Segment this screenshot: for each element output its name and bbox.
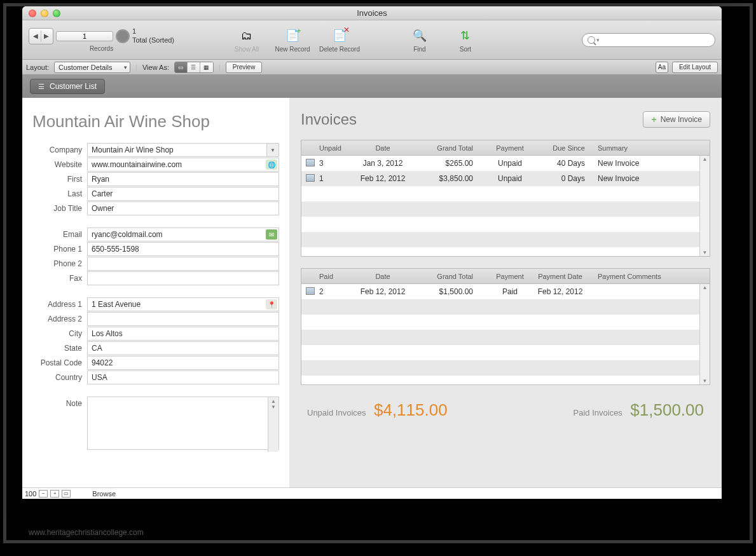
find-icon: 🔍 (411, 27, 429, 44)
last-field[interactable]: Carter (87, 187, 279, 201)
watermark: www.heritagechristiancollege.com (29, 528, 144, 537)
unpaid-table: Unpaid Date Grand Total Payment Due Sinc… (301, 140, 710, 257)
address1-field[interactable]: 1 East Avenue📍 (87, 297, 279, 311)
toolbar: ◀ ▶ 1 1 Total (Sorted) Records 🗂 Show Al… (22, 20, 722, 60)
preview-button[interactable]: Preview (226, 62, 263, 73)
label-jobtitle: Job Title (32, 204, 87, 213)
label-city: City (32, 329, 87, 338)
pin-icon[interactable]: 📍 (266, 299, 277, 309)
scrollbar[interactable]: ▲▼ (699, 284, 710, 384)
table-row (301, 217, 710, 232)
table-row (301, 330, 710, 345)
customer-panel: Mountain Air Wine Shop CompanyMountain A… (22, 98, 289, 487)
table-row (301, 247, 710, 256)
label-website: Website (32, 160, 87, 169)
find-button[interactable]: 🔍 Find (401, 27, 439, 53)
customer-list-button[interactable]: Customer List (30, 79, 105, 94)
label-note: Note (32, 397, 87, 408)
label-phone2: Phone 2 (32, 259, 87, 268)
formatting-button[interactable]: Aa (656, 62, 668, 73)
sub-header: Customer List (22, 75, 722, 98)
email-field[interactable]: ryanc@coldmail.com✉ (87, 227, 279, 241)
table-row (301, 360, 710, 376)
table-row[interactable]: 1 Feb 12, 2012 $3,850.00 Unpaid 0 Days N… (301, 171, 710, 186)
prev-record-icon[interactable]: ◀ (32, 32, 39, 39)
titlebar: Invoices (22, 6, 722, 20)
next-record-icon[interactable]: ▶ (43, 32, 50, 39)
city-field[interactable]: Los Altos (87, 327, 279, 341)
doc-icon (306, 174, 315, 182)
fax-field[interactable] (87, 271, 279, 285)
show-all-icon: 🗂 (238, 27, 256, 44)
paid-table: Paid Date Grand Total Payment Payment Da… (301, 268, 710, 385)
delete-record-button[interactable]: 📄✕ Delete Record (319, 27, 360, 53)
country-field[interactable]: USA (87, 370, 279, 384)
label-first: First (32, 175, 87, 184)
record-slider[interactable]: 1 (56, 31, 113, 41)
pie-icon (116, 29, 130, 43)
mode-label: Browse (92, 490, 116, 498)
zoom-in-icon[interactable]: + (50, 490, 59, 498)
viewas-label: View As: (142, 64, 169, 71)
show-all-button[interactable]: 🗂 Show All (228, 27, 266, 53)
jobtitle-field[interactable]: Owner (87, 201, 279, 215)
label-address2: Address 2 (32, 315, 87, 323)
status-bar: 100 − + ▭ Browse (22, 487, 722, 499)
window-title: Invoices (22, 8, 722, 18)
mail-icon[interactable]: ✉ (266, 229, 277, 240)
search-icon (588, 36, 595, 44)
invoices-heading: Invoices (301, 111, 357, 128)
table-row (301, 376, 710, 384)
unpaid-total-value: $4,115.00 (374, 400, 448, 419)
paid-total-label: Paid Invoices (574, 408, 622, 417)
label-company: Company (32, 146, 87, 154)
note-field[interactable] (87, 397, 279, 450)
view-table-icon[interactable]: ▦ (200, 62, 213, 72)
layout-select[interactable]: Customer Details (54, 62, 130, 73)
label-email: Email (32, 230, 87, 239)
doc-icon (306, 159, 315, 166)
record-nav[interactable]: ◀ ▶ (29, 28, 53, 44)
company-field[interactable]: Mountain Air Wine Shop (87, 143, 279, 157)
view-form-icon[interactable]: ▭ (175, 62, 188, 72)
totals-row: Unpaid Invoices $4,115.00 Paid Invoices … (301, 397, 710, 424)
status-toggle-icon[interactable]: ▭ (62, 490, 71, 498)
new-record-button[interactable]: 📄＋ New Record (273, 27, 312, 53)
sort-button[interactable]: ⇅ Sort (446, 27, 485, 53)
view-mode-segment[interactable]: ▭ ☰ ▦ (174, 62, 214, 73)
sort-icon: ⇅ (457, 27, 474, 44)
layout-bar: Layout: Customer Details | View As: ▭ ☰ … (22, 60, 722, 75)
zoom-out-icon[interactable]: − (39, 490, 48, 498)
website-field[interactable]: www.mountainairwine.com🌐 (87, 158, 279, 172)
unpaid-header: Unpaid Date Grand Total Payment Due Sinc… (301, 140, 710, 156)
invoices-panel: Invoices + New Invoice Unpaid Date Grand… (289, 98, 722, 487)
first-field[interactable]: Ryan (87, 172, 279, 186)
customer-name-heading: Mountain Air Wine Shop (32, 112, 279, 132)
search-input[interactable]: ▾ (582, 33, 715, 47)
address2-field[interactable] (87, 312, 279, 326)
doc-icon (306, 287, 315, 295)
phone2-field[interactable] (87, 257, 279, 271)
table-row[interactable]: 3 Jan 3, 2012 $265.00 Unpaid 40 Days New… (301, 156, 710, 171)
record-total: 1 Total (Sorted) (132, 27, 174, 44)
postal-field[interactable]: 94022 (87, 356, 279, 370)
new-invoice-button[interactable]: + New Invoice (643, 111, 710, 128)
table-row (301, 299, 710, 315)
phone1-field[interactable]: 650-555-1598 (87, 242, 279, 256)
view-list-icon[interactable]: ☰ (188, 62, 200, 72)
scrollbar[interactable]: ▲▼ (699, 156, 710, 256)
edit-layout-button[interactable]: Edit Layout (672, 62, 718, 73)
app-window: Invoices ◀ ▶ 1 1 Total (Sorted) Records … (22, 6, 722, 499)
list-icon (38, 82, 46, 91)
records-label: Records (90, 45, 113, 52)
new-record-icon: 📄＋ (284, 27, 301, 44)
zoom-value[interactable]: 100 (25, 490, 36, 498)
state-field[interactable]: CA (87, 341, 279, 355)
label-country: Country (32, 373, 87, 382)
unpaid-total-label: Unpaid Invoices (307, 408, 366, 417)
globe-icon[interactable]: 🌐 (266, 159, 277, 170)
content-area: Mountain Air Wine Shop CompanyMountain A… (22, 98, 722, 487)
table-row (301, 315, 710, 330)
table-row (301, 186, 710, 201)
table-row[interactable]: 2 Feb 12, 2012 $1,500.00 Paid Feb 12, 20… (301, 284, 710, 299)
